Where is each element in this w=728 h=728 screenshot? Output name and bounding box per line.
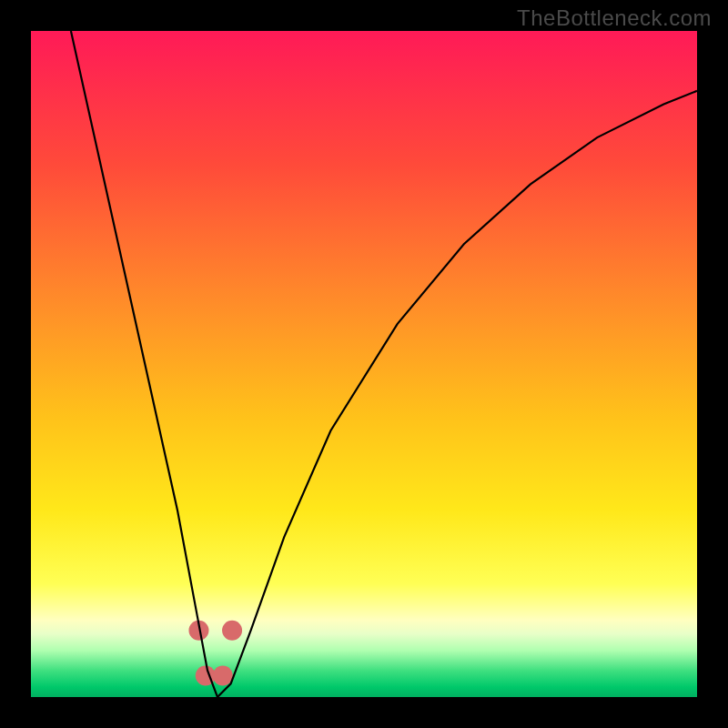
watermark-text: TheBottleneck.com (517, 5, 712, 31)
chart-container: TheBottleneck.com (0, 0, 728, 728)
plot-background-gradient (31, 31, 697, 697)
optimal-marker (213, 666, 233, 686)
bottleneck-chart (0, 0, 728, 728)
optimal-marker (222, 621, 242, 641)
